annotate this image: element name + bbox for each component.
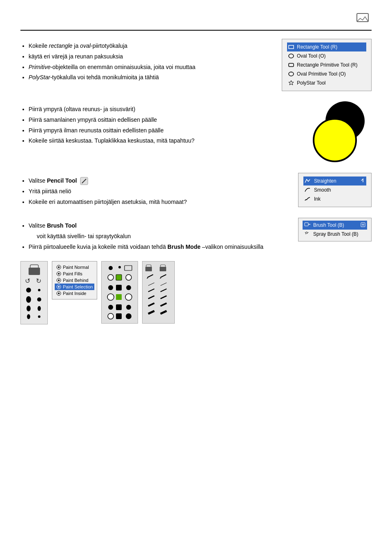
list-item: Piirrä ympyrä (oltava reunus- ja sisusvä… [29,105,298,114]
svg-point-21 [307,232,308,233]
rect-primitive-icon [288,62,294,68]
svg-point-47 [108,275,114,280]
section-pencil-tool: Valitse Pencil Tool Yritä piirtää neliö … [20,173,372,208]
mode-label: Paint Inside [63,291,86,296]
menu-label: Rectangle Primitive Tool (R) [297,62,358,68]
section-brush-tool: Valitse Brush Tool voit käyttää sivellin… [20,218,372,324]
list-item: käytä eri värejä ja reunan paksuuksia [29,52,274,62]
pencil-menu-smooth: Smooth [303,185,366,194]
svg-point-39 [58,279,60,281]
paint-mode-panels: ↺ ↻ Paint Normal Paint F [20,261,372,324]
svg-rect-65 [160,267,166,271]
polystar-icon [288,80,294,86]
section4-text: Valitse Brush Tool voit käyttää sivellin… [20,218,290,252]
svg-line-70 [148,283,154,286]
svg-line-75 [160,283,167,286]
svg-rect-57 [116,304,122,310]
ink-icon [304,196,311,202]
section4-bullets: Valitse Brush Tool voit käyttää sivellin… [29,221,290,252]
svg-rect-48 [116,275,122,280]
svg-point-44 [109,266,113,270]
svg-line-74 [148,311,154,314]
svg-point-27 [38,289,40,291]
svg-rect-23 [29,268,40,275]
section3-bullets: Valitse Pencil Tool Yritä piirtää neliö … [29,176,290,207]
brush-tool-panel-4 [142,261,175,324]
list-item: Piirrä samanlainen ympyrä osittain edell… [29,115,298,125]
svg-point-19 [305,233,306,234]
list-item: Kokeile rectangle ja oval-piirtotyökaluj… [29,41,274,51]
menu-label: Straighten [314,178,336,184]
svg-marker-69 [160,277,161,279]
paint-normal: Paint Normal [55,264,94,270]
straighten-icon [304,178,311,184]
page-icon [355,10,372,27]
paint-fills: Paint Fills [55,270,94,277]
menu-label: Oval Primitive Tool (O) [297,71,346,77]
svg-point-52 [126,285,131,290]
svg-point-53 [107,294,114,300]
svg-point-32 [27,314,30,319]
svg-point-31 [38,306,41,311]
straighten-right-icon [361,178,365,184]
rectangle-tool-menu: Rectangle Tool (R) Oval Tool (O) Rectang… [282,39,372,91]
brush-tool-menu: Brush Tool (B) [298,218,372,241]
edit-icon [361,222,365,228]
brush-icon [304,222,311,228]
svg-point-59 [108,313,114,319]
svg-line-78 [160,303,167,306]
svg-point-41 [58,286,60,288]
svg-rect-63 [145,267,152,271]
mode-label: Paint Behind [63,278,88,283]
list-item: Kokeile siirtää keskustaa. Tuplaklikkaa … [29,136,298,146]
section1-menu-image: Rectangle Tool (R) Oval Tool (O) Rectang… [282,39,372,91]
smooth-icon [304,187,311,193]
svg-text:↺: ↺ [25,277,30,284]
paint-mode-list-panel: Paint Normal Paint Fills Paint Behind Pa… [52,261,97,299]
svg-point-26 [26,288,31,293]
brush-tool-panel-3 [101,261,138,324]
section3-text: Valitse Pencil Tool Yritä piirtää neliö … [20,173,290,208]
svg-line-66 [147,275,153,277]
title-section [20,10,372,31]
svg-text:↻: ↻ [36,277,41,284]
svg-marker-6 [289,80,294,85]
svg-point-17 [305,232,306,233]
list-item: Piirrä piirtoalueelle kuvia ja kokeile m… [29,242,290,252]
menu-label: Brush Tool (B) [313,222,344,228]
pencil-menu-straighten: Straighten [303,177,366,185]
menu-label: PolyStar Tool [297,80,325,86]
pencil-menu-ink: Ink [303,194,366,203]
svg-rect-3 [289,63,294,67]
menu-item-oval: Oval Tool (O) [287,51,366,60]
menu-item-rectangle: Rectangle Tool (R) [287,42,366,51]
svg-point-18 [306,232,307,232]
section2-text: Piirrä ympyrä (oltava reunus- ja sisusvä… [20,101,298,147]
list-item: Valitse Brush Tool [29,221,290,231]
spray-icon [304,231,311,237]
list-item: Valitse Pencil Tool [29,176,290,186]
svg-rect-12 [305,223,308,226]
section1-bullets: Kokeile rectangle ja oval-piirtotyökaluj… [29,41,274,83]
svg-marker-67 [147,277,148,279]
list-item: Kokeile eri automaattisen piirtojäljen a… [29,197,290,207]
svg-point-45 [118,266,121,268]
svg-rect-51 [116,285,122,290]
list-item: Yritä piirtää neliö [29,187,290,197]
svg-point-28 [26,296,31,303]
svg-point-29 [37,297,41,302]
brush-mode-menu: Brush Tool (B) [298,218,372,241]
svg-point-2 [289,54,294,58]
menu-label: Oval Tool (O) [297,53,325,59]
svg-line-68 [160,275,166,277]
svg-point-49 [126,275,131,280]
svg-point-20 [307,233,307,234]
svg-line-76 [160,289,167,292]
menu-label: Spray Brush Tool (B) [313,231,359,237]
pencil-mode-menu: Straighten Smooth [298,173,372,207]
list-item: voit käyttää sivellin- tai spraytyökalun [37,232,290,241]
spray-brush-item: Spray Brush Tool (B) [303,230,367,239]
svg-point-30 [27,306,31,311]
section1-text: Kokeile rectangle ja oval-piirtotyökaluj… [20,39,274,83]
rectangle-icon [288,44,294,50]
